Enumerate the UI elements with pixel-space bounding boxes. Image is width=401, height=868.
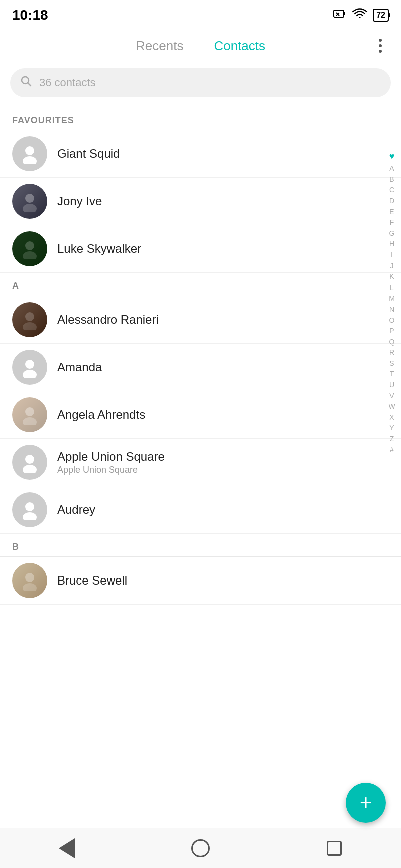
svg-point-7 — [23, 156, 37, 164]
alpha-Q[interactable]: Q — [387, 337, 397, 347]
svg-point-21 — [23, 512, 37, 520]
svg-point-18 — [25, 455, 34, 464]
search-bar[interactable]: 36 contacts — [10, 68, 391, 97]
tab-recents[interactable]: Recents — [136, 38, 183, 54]
contact-name: Luke Skywalker — [57, 242, 389, 256]
list-item[interactable]: Audrey — [0, 486, 401, 534]
dot1 — [379, 39, 382, 42]
alpha-C[interactable]: C — [387, 185, 397, 195]
alpha-T[interactable]: T — [387, 369, 397, 379]
svg-point-8 — [25, 194, 34, 203]
svg-point-14 — [25, 360, 34, 369]
contact-name: Jony Ive — [57, 194, 389, 208]
contact-info: Jony Ive — [57, 194, 389, 208]
alpha-V[interactable]: V — [387, 391, 397, 401]
contact-name: Audrey — [57, 503, 389, 517]
list-item[interactable]: Giant Squid — [0, 130, 401, 178]
list-item[interactable]: Angela Ahrendts — [0, 391, 401, 439]
alpha-I[interactable]: I — [387, 250, 397, 260]
contact-info: Amanda — [57, 360, 389, 374]
alpha-A[interactable]: A — [387, 164, 397, 174]
list-item[interactable]: Jony Ive — [0, 178, 401, 225]
svg-point-17 — [23, 417, 37, 425]
dot3 — [379, 50, 382, 53]
svg-point-6 — [25, 146, 34, 155]
alpha-F[interactable]: F — [387, 218, 397, 228]
battery-icon: 72 — [373, 9, 389, 22]
alpha-B[interactable]: B — [387, 175, 397, 185]
svg-point-15 — [23, 370, 37, 378]
svg-point-11 — [23, 251, 37, 259]
avatar — [12, 563, 47, 598]
alpha-H[interactable]: H — [387, 239, 397, 249]
alpha-N[interactable]: N — [387, 305, 397, 315]
contact-subtitle: Apple Union Square — [57, 465, 389, 475]
wifi-icon — [352, 7, 368, 23]
avatar — [12, 302, 47, 337]
nav-back-button[interactable] — [52, 833, 82, 863]
list-item[interactable]: Bruce Sewell — [0, 557, 401, 605]
alpha-heart[interactable]: ♥ — [387, 150, 397, 163]
alpha-G[interactable]: G — [387, 229, 397, 239]
dot2 — [379, 44, 382, 47]
avatar — [12, 492, 47, 527]
nav-home-button[interactable] — [185, 833, 216, 863]
svg-point-12 — [25, 312, 34, 321]
avatar — [12, 397, 47, 432]
alpha-J[interactable]: J — [387, 261, 397, 271]
alpha-L[interactable]: L — [387, 283, 397, 293]
list-item[interactable]: Alessandro Ranieri — [0, 296, 401, 344]
tab-contacts[interactable]: Contacts — [214, 38, 265, 54]
alpha-index: ♥ A B C D E F G H I J K L M N O P Q R S … — [387, 150, 397, 455]
alpha-S[interactable]: S — [387, 359, 397, 369]
contact-name: Angela Ahrendts — [57, 408, 389, 422]
alpha-O[interactable]: O — [387, 316, 397, 326]
svg-point-23 — [23, 583, 37, 591]
alpha-E[interactable]: E — [387, 207, 397, 217]
svg-point-19 — [23, 465, 37, 473]
contact-info: Bruce Sewell — [57, 573, 389, 588]
svg-point-22 — [25, 573, 34, 582]
search-placeholder: 36 contacts — [39, 76, 96, 89]
alpha-Z[interactable]: Z — [387, 434, 397, 444]
list-item[interactable]: Amanda — [0, 344, 401, 391]
contact-name: Amanda — [57, 360, 389, 374]
list-item[interactable]: Apple Union Square Apple Union Square — [0, 439, 401, 486]
contact-info: Giant Squid — [57, 147, 389, 161]
nav-recents-button[interactable] — [319, 833, 349, 863]
section-A: A — [0, 273, 401, 296]
contact-name: Giant Squid — [57, 147, 389, 161]
svg-rect-1 — [344, 12, 345, 15]
more-menu-button[interactable] — [375, 35, 386, 57]
avatar — [12, 445, 47, 480]
alpha-M[interactable]: M — [387, 294, 397, 304]
alpha-Y[interactable]: Y — [387, 423, 397, 433]
alpha-X[interactable]: X — [387, 413, 397, 423]
list-item[interactable]: Luke Skywalker — [0, 225, 401, 273]
plus-icon: + — [360, 792, 372, 813]
alpha-R[interactable]: R — [387, 348, 397, 358]
contact-info: Angela Ahrendts — [57, 408, 389, 422]
section-B: B — [0, 534, 401, 556]
alpha-D[interactable]: D — [387, 196, 397, 206]
alpha-hash[interactable]: # — [387, 445, 397, 455]
svg-point-13 — [23, 322, 37, 330]
alpha-P[interactable]: P — [387, 326, 397, 336]
status-icons: 72 — [333, 7, 389, 23]
home-icon — [191, 839, 210, 857]
contact-name: Bruce Sewell — [57, 573, 389, 588]
alpha-U[interactable]: U — [387, 380, 397, 390]
alpha-W[interactable]: W — [387, 402, 397, 412]
contact-name: Apple Union Square — [57, 450, 389, 464]
avatar — [12, 350, 47, 385]
contact-info: Apple Union Square Apple Union Square — [57, 450, 389, 475]
recents-icon — [327, 841, 342, 856]
contact-info: Alessandro Ranieri — [57, 313, 389, 327]
alpha-K[interactable]: K — [387, 272, 397, 282]
section-favourites: FAVOURITES — [0, 107, 401, 130]
add-contact-button[interactable]: + — [346, 783, 386, 823]
svg-line-5 — [28, 83, 31, 86]
avatar — [12, 184, 47, 219]
status-bar: 10:18 72 — [0, 0, 401, 28]
svg-point-16 — [25, 407, 34, 416]
